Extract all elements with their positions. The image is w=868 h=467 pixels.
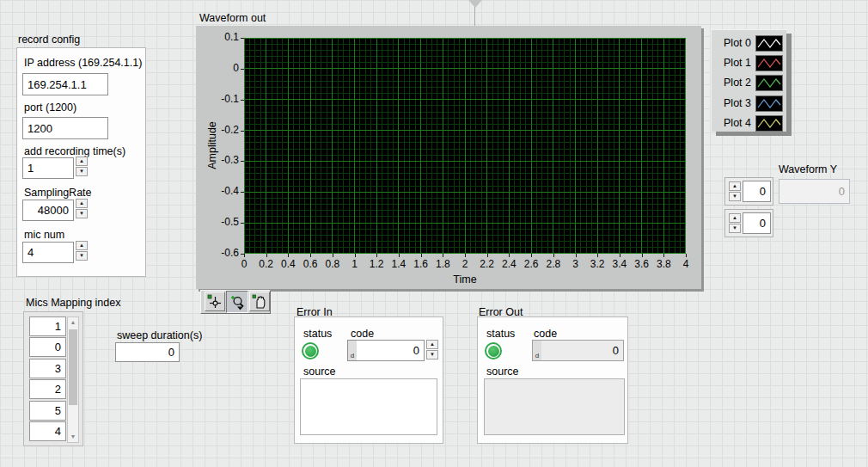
increment-button[interactable]: ▲ <box>426 340 438 349</box>
legend-item[interactable]: Plot 1 <box>712 54 787 73</box>
crosshair-icon <box>207 294 223 310</box>
sampling-rate-input[interactable]: 48000 <box>22 200 74 221</box>
x-axis-label: Time <box>453 273 476 286</box>
hand-icon <box>252 294 267 310</box>
legend-item[interactable]: Plot 4 <box>712 114 787 133</box>
radix-indicator: d <box>533 341 541 360</box>
plot-legend: Plot 0Plot 1Plot 2Plot 3Plot 4 <box>711 29 786 132</box>
pane-splitter-line[interactable] <box>474 7 475 26</box>
increment-button[interactable]: ▲ <box>76 241 88 250</box>
legend-plot-sample[interactable] <box>755 35 783 52</box>
radix-indicator[interactable]: d <box>348 341 357 360</box>
index-stepper: ▲ ▼ <box>729 213 741 233</box>
x-tick-mark <box>443 254 443 257</box>
array-element-input[interactable]: 1 <box>29 316 66 336</box>
legend-plot-sample[interactable] <box>755 115 783 132</box>
add-recording-time-input[interactable]: 1 <box>22 157 74 179</box>
array-scrollbar[interactable]: ▲ ▼ <box>67 316 79 443</box>
y-tick-label: -0.5 <box>196 216 239 228</box>
error-out-status-led <box>485 342 502 359</box>
error-in-status-led[interactable] <box>302 342 319 359</box>
array-element-input[interactable]: 4 <box>29 421 66 441</box>
y-tick-label: -0.4 <box>196 185 239 197</box>
cursor-tool-button[interactable] <box>205 292 225 311</box>
zigzag-line-icon <box>756 36 782 51</box>
mic-num-label: mic num <box>24 229 64 241</box>
decrement-button[interactable]: ▼ <box>76 209 88 218</box>
x-tick-mark <box>288 254 289 257</box>
port-label: port (1200) <box>24 101 76 114</box>
ip-address-label: IP address (169.254.1.1) <box>24 57 142 69</box>
decrement-button[interactable]: ▼ <box>76 167 88 176</box>
x-tick-mark <box>620 254 620 257</box>
legend-plot-sample[interactable] <box>755 75 783 91</box>
x-tick-mark <box>421 254 422 257</box>
array-element-input[interactable]: 3 <box>29 359 66 378</box>
legend-item[interactable]: Plot 3 <box>712 95 787 114</box>
increment-button[interactable]: ▲ <box>729 181 741 191</box>
error-in-code-label: code <box>351 328 374 340</box>
error-in-source-label: source <box>303 366 336 378</box>
x-tick-mark <box>376 254 377 257</box>
decrement-button[interactable]: ▼ <box>426 350 438 359</box>
x-tick-label: 0.2 <box>259 258 273 270</box>
waveform-y-label: Waveform Y <box>779 163 837 175</box>
legend-item[interactable]: Plot 2 <box>712 74 787 93</box>
add-recording-time-stepper: ▲ ▼ <box>76 157 88 176</box>
y-tick-label: 0 <box>196 62 239 74</box>
y-tick-label: -0.1 <box>196 93 239 105</box>
zigzag-line-icon <box>756 116 782 131</box>
pan-tool-button[interactable] <box>249 292 270 311</box>
x-tick-label: 3.4 <box>613 258 627 270</box>
legend-plot-sample[interactable] <box>755 55 783 71</box>
error-in-source-input[interactable] <box>300 378 437 435</box>
waveform-plot-area[interactable] <box>244 38 686 254</box>
sweep-duration-input[interactable]: 0 <box>115 342 180 362</box>
increment-button[interactable]: ▲ <box>76 157 88 166</box>
waveform-chart-title: Waveform out <box>199 12 266 24</box>
scroll-up-arrow-icon[interactable]: ▲ <box>68 317 78 328</box>
error-out-code-indicator: 0 <box>532 340 624 361</box>
y-tick-mark <box>241 161 244 162</box>
x-tick-mark <box>355 254 356 257</box>
y-tick-mark <box>241 131 244 132</box>
x-tick-label: 3 <box>572 258 578 270</box>
x-tick-label: 2.8 <box>546 258 560 270</box>
record-config-label: record config <box>18 34 80 46</box>
chart-grid <box>244 38 686 254</box>
increment-button[interactable]: ▲ <box>76 199 88 208</box>
x-tick-mark <box>465 254 466 257</box>
pane-splitter-handle[interactable] <box>468 0 482 8</box>
error-in-code-input[interactable]: 0 <box>347 340 425 361</box>
array-element-input[interactable]: 5 <box>29 401 66 421</box>
error-in-cluster: status code 0 d ▲ ▼ source <box>294 316 443 444</box>
error-out-source-label: source <box>486 366 519 378</box>
mic-num-input[interactable]: 4 <box>22 242 74 263</box>
legend-plot-name: Plot 1 <box>713 57 751 69</box>
index-value-input[interactable]: 0 <box>743 212 771 234</box>
add-recording-time-label: add recording time(s) <box>24 145 125 157</box>
decrement-button[interactable]: ▼ <box>76 251 88 261</box>
zoom-tool-button[interactable] <box>226 291 248 313</box>
x-tick-label: 1.4 <box>392 258 406 270</box>
scroll-down-arrow-icon[interactable]: ▼ <box>68 432 78 442</box>
decrement-button[interactable]: ▼ <box>729 192 741 201</box>
y-tick-mark <box>241 192 244 193</box>
array-element-input[interactable]: 0 <box>29 337 66 357</box>
legend-plot-sample[interactable] <box>755 95 783 112</box>
legend-item[interactable]: Plot 0 <box>712 34 787 53</box>
error-in-code-stepper: ▲ ▼ <box>426 340 438 359</box>
ip-address-input[interactable]: 169.254.1.1 <box>22 73 108 95</box>
zigzag-line-icon <box>756 96 782 111</box>
decrement-button[interactable]: ▼ <box>729 224 741 233</box>
x-tick-label: 1.8 <box>436 258 450 270</box>
port-input[interactable]: 1200 <box>22 117 108 139</box>
scrollbar-thumb[interactable] <box>69 329 77 405</box>
increment-button[interactable]: ▲ <box>729 213 741 223</box>
index-value-input[interactable]: 0 <box>743 181 771 202</box>
x-tick-label: 0 <box>241 258 248 270</box>
array-element-input[interactable]: 2 <box>29 379 66 399</box>
waveform-y-index-control-1: ▲ ▼ 0 <box>724 177 773 206</box>
x-tick-label: 1 <box>351 258 358 270</box>
x-tick-mark <box>399 254 400 257</box>
